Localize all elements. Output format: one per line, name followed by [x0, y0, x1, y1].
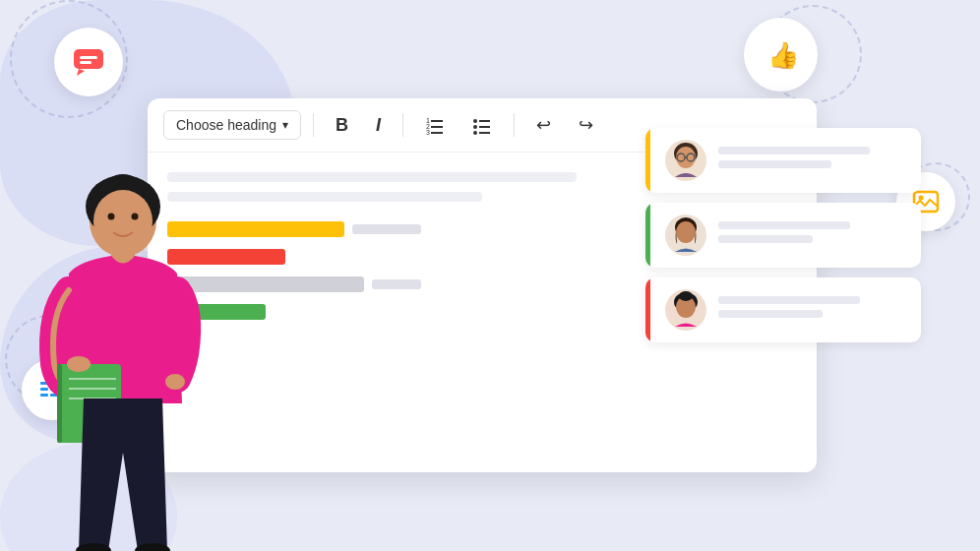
svg-rect-2: [80, 61, 92, 64]
list-line-3b: [718, 310, 823, 318]
svg-point-39: [132, 214, 139, 220]
bar-label-3: [372, 279, 421, 289]
list-line-2b: [718, 235, 813, 243]
content-line-1: [167, 172, 577, 182]
toolbar-divider-2: [402, 113, 403, 137]
svg-point-18: [473, 119, 477, 123]
svg-point-30: [676, 221, 696, 243]
list-line-3a: [718, 296, 860, 304]
bold-icon: B: [336, 115, 348, 136]
list-line-2a: [718, 221, 850, 229]
undo-button[interactable]: ↩: [526, 108, 561, 142]
list-card-2: [645, 203, 921, 268]
italic-button[interactable]: I: [366, 109, 391, 142]
card-accent-green: [645, 203, 650, 268]
toolbar-divider-1: [313, 113, 314, 137]
svg-rect-1: [80, 56, 97, 59]
svg-point-20: [473, 125, 477, 129]
bar-label-1: [352, 224, 421, 234]
ordered-list-icon: 1 2 3: [425, 115, 445, 135]
toolbar-divider-3: [514, 113, 515, 137]
italic-icon: I: [376, 115, 381, 136]
list-card-3: [645, 277, 921, 342]
unordered-list-button[interactable]: [462, 109, 502, 141]
unordered-list-icon: [472, 115, 492, 135]
list-text-2: [718, 221, 907, 249]
svg-point-46: [67, 356, 91, 372]
avatar-2: [665, 214, 706, 256]
list-line-1b: [718, 160, 831, 168]
chat-float-icon: [54, 28, 123, 96]
thumbsup-float-icon: 👍: [744, 18, 818, 92]
person-illustration: [30, 128, 216, 551]
redo-button[interactable]: ↪: [569, 108, 603, 142]
svg-point-33: [679, 291, 693, 301]
svg-point-47: [165, 374, 185, 390]
undo-icon: ↩: [536, 114, 551, 136]
list-card-1: [645, 128, 921, 193]
bold-button[interactable]: B: [326, 109, 358, 142]
svg-text:👍: 👍: [767, 39, 800, 71]
svg-point-22: [473, 131, 477, 135]
dropdown-chevron: ▾: [282, 118, 288, 132]
avatar-3: [665, 289, 706, 331]
svg-point-37: [93, 190, 153, 253]
svg-point-38: [108, 214, 115, 220]
avatar-1: [665, 140, 706, 181]
card-accent-red: [645, 277, 650, 342]
list-line-1a: [718, 147, 870, 154]
svg-rect-42: [57, 364, 62, 443]
list-text-3: [718, 296, 907, 324]
ordered-list-button[interactable]: 1 2 3: [415, 109, 455, 141]
redo-icon: ↪: [579, 114, 593, 136]
card-accent-yellow: [645, 128, 650, 193]
svg-text:3: 3: [426, 129, 430, 135]
list-text-1: [718, 147, 907, 174]
list-panel: [645, 128, 921, 352]
